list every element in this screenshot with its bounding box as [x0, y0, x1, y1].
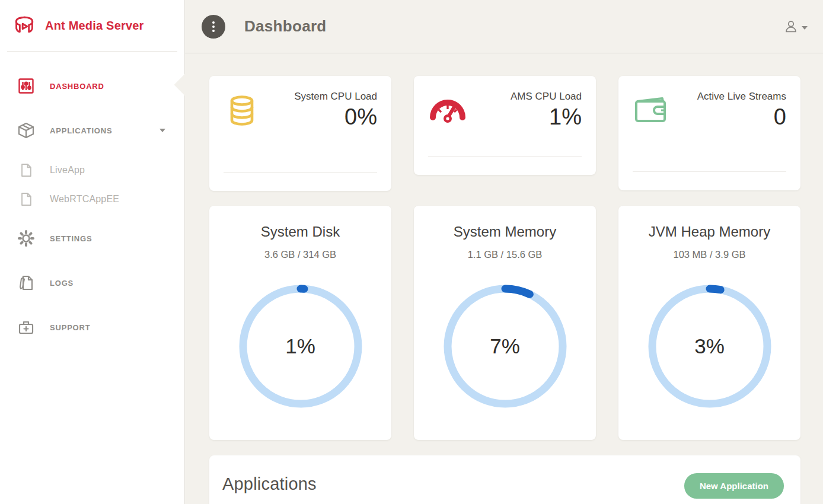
- sidebar: Ant Media Server DASHBOARD AP: [0, 0, 185, 504]
- logs-icon: [17, 273, 36, 292]
- stat-cards-row: System CPU Load 0%: [209, 76, 800, 191]
- page-title: Dashboard: [244, 17, 327, 36]
- gauge-cards-row: System Disk 3.6 GB / 314 GB 1% System Me…: [209, 191, 800, 440]
- gauge-card-title: System Disk: [209, 224, 391, 240]
- sliders-icon: [17, 76, 36, 95]
- package-icon: [17, 121, 36, 140]
- sidebar-item-logs[interactable]: LOGS: [0, 264, 184, 302]
- gear-icon: [17, 229, 36, 248]
- applications-panel: Applications New Application: [209, 455, 800, 504]
- header: Dashboard: [185, 0, 823, 53]
- sidebar-item-label: WebRTCAppEE: [50, 194, 119, 205]
- donut-chart: 7%: [443, 284, 567, 409]
- gauge-card-title: System Memory: [414, 224, 596, 240]
- sidebar-item-label: DASHBOARD: [50, 82, 104, 91]
- stat-card-value: 0%: [273, 104, 377, 130]
- user-icon: [783, 18, 799, 35]
- sidebar-item-label: LOGS: [50, 279, 74, 288]
- stat-card-ams-cpu: AMS CPU Load 1%: [414, 76, 596, 175]
- sidebar-divider: [7, 51, 177, 52]
- chevron-down-icon: [802, 26, 808, 30]
- sidebar-item-liveapp[interactable]: LiveApp: [0, 156, 184, 184]
- stat-card-value: 0: [682, 104, 786, 130]
- stat-card-title: AMS CPU Load: [478, 89, 582, 104]
- new-application-button[interactable]: New Application: [684, 473, 784, 499]
- sidebar-item-label: APPLICATIONS: [50, 126, 112, 135]
- gauge-card-title: JVM Heap Memory: [618, 224, 800, 240]
- brand-name: Ant Media Server: [45, 19, 144, 33]
- gauge-card-system-disk: System Disk 3.6 GB / 314 GB 1%: [209, 206, 391, 440]
- database-icon: [224, 89, 273, 128]
- brand[interactable]: Ant Media Server: [0, 0, 184, 51]
- sidebar-item-dashboard[interactable]: DASHBOARD: [0, 67, 184, 105]
- gauge-card-subtitle: 103 MB / 3.9 GB: [618, 249, 800, 260]
- ant-media-logo-icon: [11, 12, 38, 39]
- card-divider: [428, 156, 582, 157]
- stat-card-title: Active Live Streams: [682, 89, 786, 104]
- donut-chart: 1%: [238, 284, 363, 409]
- sidebar-item-support[interactable]: SUPPORT: [0, 308, 184, 346]
- donut-chart: 3%: [647, 284, 772, 409]
- kebab-menu-icon[interactable]: [202, 15, 225, 39]
- donut-percent-label: 1%: [238, 284, 363, 409]
- sidebar-item-label: SUPPORT: [50, 323, 90, 332]
- gauge-icon: [428, 89, 478, 126]
- sidebar-item-webrtcappee[interactable]: WebRTCAppEE: [0, 185, 184, 213]
- stat-card-title: System CPU Load: [273, 89, 377, 104]
- file-icon: [17, 161, 36, 180]
- gauge-card-jvm-heap: JVM Heap Memory 103 MB / 3.9 GB 3%: [618, 206, 800, 440]
- content: System CPU Load 0%: [185, 53, 823, 504]
- wallet-icon: [633, 89, 682, 126]
- card-divider: [633, 171, 786, 172]
- sidebar-item-label: LiveApp: [50, 165, 85, 176]
- file-icon: [17, 190, 36, 209]
- gauge-card-subtitle: 1.1 GB / 15.6 GB: [414, 249, 596, 260]
- stat-card-system-cpu: System CPU Load 0%: [209, 76, 391, 191]
- gauge-card-system-memory: System Memory 1.1 GB / 15.6 GB 7%: [414, 206, 596, 440]
- user-menu[interactable]: [783, 18, 808, 35]
- donut-percent-label: 7%: [443, 284, 567, 409]
- stat-card-active-streams: Active Live Streams 0: [618, 76, 800, 190]
- sidebar-item-applications[interactable]: APPLICATIONS: [0, 111, 184, 149]
- stat-card-value: 1%: [478, 104, 582, 130]
- gauge-card-subtitle: 3.6 GB / 314 GB: [209, 249, 391, 260]
- applications-title: Applications: [222, 474, 317, 494]
- main-area: Dashboard: [185, 0, 823, 504]
- sidebar-item-settings[interactable]: SETTINGS: [0, 219, 184, 257]
- sidebar-item-label: SETTINGS: [50, 234, 92, 243]
- sidebar-nav: DASHBOARD APPLICATIONS LiveApp: [0, 67, 184, 346]
- support-icon: [17, 318, 36, 337]
- card-divider: [224, 172, 377, 173]
- chevron-down-icon[interactable]: [160, 129, 165, 132]
- donut-percent-label: 3%: [647, 284, 772, 409]
